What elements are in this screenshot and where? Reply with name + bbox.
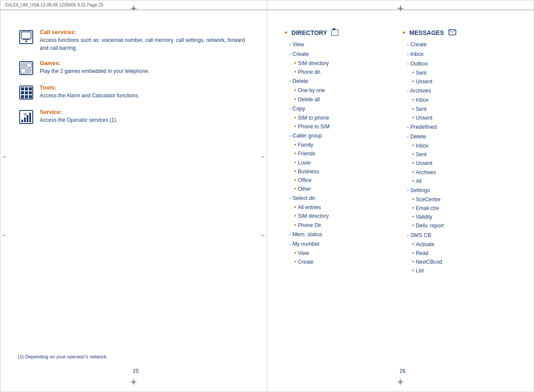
- service-icon: [18, 109, 34, 125]
- messages-item-delete-all: • All: [412, 177, 516, 186]
- directory-item-caller-group: - Caller group: [289, 131, 398, 140]
- svg-rect-10: [21, 87, 24, 90]
- tools-icon: [18, 84, 34, 101]
- messages-item-delete-sent: • Sent: [412, 151, 516, 159]
- left-border-mark-2: [3, 235, 6, 236]
- svg-rect-1: [21, 32, 31, 39]
- svg-rect-17: [25, 95, 28, 98]
- header-crosshair: [131, 5, 137, 11]
- messages-item-predefined: - Predefined: [407, 123, 516, 131]
- directory-item-friends: • Friends: [294, 150, 398, 158]
- messages-item-read: • Read: [412, 249, 516, 258]
- svg-rect-18: [29, 95, 32, 98]
- service-item-call: Call services: Access functions such as:…: [18, 29, 254, 52]
- directory-item-select-dir: - Select dir.: [289, 194, 398, 203]
- svg-line-29: [452, 30, 456, 32]
- footnote: (1) Depending on your operator's network…: [18, 354, 254, 359]
- games-text: Games: Play the 2 games embedded in your…: [40, 60, 254, 75]
- svg-rect-16: [21, 95, 24, 98]
- directory-item-create2: • Create: [294, 258, 398, 266]
- bottom-crosshair-right: [397, 379, 403, 386]
- messages-item-inbox: - Inbox: [407, 50, 516, 58]
- right-border-mark-2: [261, 235, 265, 236]
- service-item-tools: Tools: Access the Alarm and Calculator f…: [18, 84, 254, 101]
- messages-item-list: • List: [412, 267, 516, 275]
- svg-rect-22: [27, 115, 28, 122]
- messages-item-delete-unsent: • Unsent: [412, 159, 516, 168]
- messages-item-sms-cb: - SMS CB: [407, 231, 516, 240]
- right-border-mark: [261, 157, 265, 157]
- games-title: Games:: [40, 60, 254, 66]
- svg-rect-12: [29, 87, 32, 90]
- directory-item-all-entries: • All entries: [294, 203, 398, 212]
- service-desc: Access the Operator services (1).: [40, 116, 254, 124]
- service-title: Service:: [40, 109, 254, 115]
- svg-rect-5: [21, 63, 26, 68]
- games-desc: Play the 2 games embedded in your teleph…: [40, 67, 254, 75]
- svg-rect-15: [29, 91, 32, 94]
- directory-icon: [331, 30, 338, 36]
- messages-item-sent: • Sent: [412, 69, 516, 77]
- bottom-crosshair-left: [131, 379, 137, 386]
- messages-item-delete: - Delete: [407, 132, 516, 141]
- messages-item-delete-archives: • Archives: [412, 168, 516, 177]
- directory-item-business: • Business: [294, 168, 398, 176]
- directory-item-delete: - Delete: [289, 77, 398, 86]
- directory-item-view2: • View: [294, 249, 398, 258]
- directory-item-one-by-one: • One by one: [294, 86, 398, 95]
- directory-item-view: - View: [289, 40, 398, 49]
- messages-column: • MESSAGES - Create - Inbox: [403, 29, 520, 359]
- messages-item-activate: • Activate: [412, 241, 516, 249]
- left-header-text: SVLE6_UM_USA-12-06-06 12/06/06 9:31 Page…: [5, 3, 103, 7]
- messages-item-unsent: • Unsent: [412, 78, 516, 86]
- directory-item-office: • Office: [294, 176, 398, 185]
- messages-item-deliv-report: • Deliv. report: [412, 222, 516, 230]
- directory-item-phone-to-sim: • Phone to SIM: [294, 123, 398, 131]
- messages-item-email-ctre: • Email ctre: [412, 204, 516, 213]
- call-services-icon: [18, 29, 34, 45]
- call-services-text: Call services: Access functions such as:…: [40, 29, 254, 52]
- right-page: • DIRECTORY - View - Create • SIM direct…: [267, 0, 534, 392]
- directory-item-sim-directory: • SIM directory: [294, 212, 398, 220]
- svg-rect-13: [21, 91, 24, 94]
- service-text: Service: Access the Operator services (1…: [40, 109, 254, 124]
- directory-item-mem-status: - Mem. status: [289, 230, 398, 239]
- directory-title-text: DIRECTORY: [292, 29, 327, 36]
- svg-rect-23: [29, 113, 31, 122]
- tools-desc: Access the Alarm and Calculator function…: [40, 92, 254, 100]
- svg-rect-14: [25, 91, 28, 94]
- left-border-mark: [3, 157, 6, 157]
- messages-item-archives-inbox: • Inbox: [412, 96, 516, 104]
- tools-text: Tools: Access the Alarm and Calculator f…: [40, 84, 254, 100]
- directory-column: • DIRECTORY - View - Create • SIM direct…: [285, 29, 403, 359]
- directory-item-phone-dir: • Phone dir.: [294, 68, 398, 76]
- directory-item-my-number: - My number: [289, 240, 398, 248]
- svg-rect-6: [27, 63, 31, 68]
- messages-item-newcbcod: • NewCBcod.: [412, 258, 516, 266]
- service-item-games: Games: Play the 2 games embedded in your…: [18, 60, 254, 76]
- directory-item-sim-dir: • SIM directory: [294, 59, 398, 68]
- messages-item-validity: • Validity: [412, 213, 516, 221]
- messages-title-text: MESSAGES: [410, 29, 444, 36]
- service-item-service: Service: Access the Operator services (1…: [18, 109, 254, 125]
- tools-title: Tools:: [40, 84, 254, 91]
- call-services-desc: Access functions such as: voicemail numb…: [40, 36, 254, 52]
- left-content: Call services: Access functions such as:…: [18, 29, 254, 374]
- directory-item-other: • Other: [294, 185, 398, 193]
- messages-item-create: - Create: [407, 40, 516, 49]
- games-icon: [18, 60, 34, 76]
- left-page: SVLE6_UM_USA-12-06-06 12/06/06 9:31 Page…: [0, 0, 267, 392]
- directory-item-lover: • Lover: [294, 159, 398, 167]
- messages-item-settings: - Settings: [407, 186, 516, 195]
- messages-item-scecentre: • SceCentre: [412, 196, 516, 204]
- call-services-title: Call services:: [40, 29, 254, 35]
- directory-title: • DIRECTORY: [285, 29, 398, 37]
- messages-item-archives-unsent: • Unsent: [412, 114, 516, 122]
- svg-rect-20: [21, 120, 23, 122]
- right-content: • DIRECTORY - View - Create • SIM direct…: [285, 29, 520, 374]
- menu-columns: • DIRECTORY - View - Create • SIM direct…: [285, 29, 520, 359]
- svg-rect-7: [21, 69, 26, 73]
- messages-item-archives: - Archives: [407, 86, 516, 95]
- messages-item-archives-sent: • Sent: [412, 105, 516, 113]
- svg-rect-8: [27, 69, 31, 73]
